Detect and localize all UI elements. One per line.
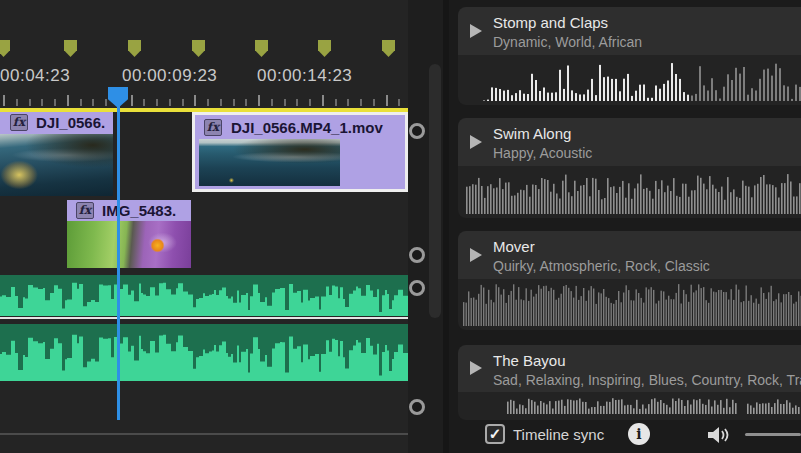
ruler-tick — [220, 99, 222, 106]
library-track-header: Stomp and Claps Dynamic, World, African — [458, 7, 801, 55]
track-target-ring-icon[interactable] — [409, 247, 425, 263]
volume-icon[interactable] — [706, 424, 732, 446]
ruler-tick — [92, 99, 94, 106]
clip-header: fx DJI_0566. — [0, 112, 113, 134]
track-tags: Quirky, Atmospheric, Rock, Classic — [493, 258, 710, 274]
ruler-tick — [309, 99, 311, 106]
fx-effect-badge-icon[interactable]: fx — [10, 114, 28, 131]
ruler-tick — [245, 99, 247, 106]
ruler-tick — [284, 99, 286, 106]
ruler-tick — [29, 99, 31, 106]
timecode-label: 00:00:09:23 — [122, 66, 217, 86]
timeline-marker-icon[interactable] — [382, 40, 395, 57]
waveform-preview[interactable] — [458, 166, 801, 218]
timeline-sync-checkbox[interactable]: ✓ — [485, 424, 505, 444]
ruler-tick — [3, 95, 5, 106]
waveform-preview[interactable] — [458, 279, 801, 330]
timeline-track-area[interactable]: 00:04:23 00:00:09:23 00:00:14:23 fx DJI_… — [0, 0, 408, 453]
ruler-tick — [67, 95, 69, 106]
ruler-tick — [194, 95, 196, 106]
library-track-header: Swim Along Happy, Acoustic — [458, 118, 801, 166]
editor-window: 00:04:23 00:00:09:23 00:00:14:23 fx DJI_… — [0, 0, 801, 453]
clip-thumbnail — [67, 221, 191, 268]
timeline-panel: 00:04:23 00:00:09:23 00:00:14:23 fx DJI_… — [0, 0, 443, 453]
ruler-tick — [271, 99, 273, 106]
video-clip[interactable]: fx IMG_5483. — [67, 200, 191, 268]
timeline-ruler[interactable] — [0, 95, 408, 107]
clip-thumbnail — [199, 139, 340, 186]
timeline-bottom-divider — [0, 433, 408, 435]
ruler-tick — [41, 99, 43, 106]
ruler-tick — [182, 99, 184, 106]
ruler-tick — [16, 99, 18, 106]
timecode-label: 00:04:23 — [0, 66, 70, 86]
library-track-item[interactable]: Mover Quirky, Atmospheric, Rock, Classic — [458, 231, 801, 330]
timeline-marker-icon[interactable] — [255, 40, 268, 57]
audio-clip-divider — [0, 317, 408, 319]
clip-title: IMG_5483. — [102, 202, 176, 219]
clip-title: DJI_0566.MP4_1.mov — [231, 119, 383, 136]
timeline-sync-label: Timeline sync — [513, 426, 604, 443]
video-clip-selected[interactable]: fx DJI_0566.MP4_1.mov — [192, 112, 408, 192]
ruler-tick — [296, 99, 298, 106]
track-target-ring-icon[interactable] — [409, 123, 425, 139]
ruler-tick — [54, 99, 56, 106]
track-title: Mover — [493, 238, 535, 255]
track-title: Stomp and Claps — [493, 14, 608, 31]
ruler-tick — [386, 95, 388, 106]
clip-thumbnail — [0, 134, 113, 196]
library-track-item[interactable]: Stomp and Claps Dynamic, World, African — [458, 7, 801, 105]
waveform-preview[interactable] — [458, 55, 801, 105]
timeline-marker-icon[interactable] — [128, 40, 141, 57]
track-target-ring-icon[interactable] — [409, 399, 425, 415]
play-icon[interactable] — [470, 24, 482, 38]
playhead-line — [117, 95, 120, 420]
timeline-marker-icon[interactable] — [64, 40, 77, 57]
ruler-tick — [398, 99, 400, 106]
track-control-strip — [408, 0, 443, 453]
track-tags: Happy, Acoustic — [493, 145, 592, 161]
ruler-tick — [373, 99, 375, 106]
library-track-header: Mover Quirky, Atmospheric, Rock, Classic — [458, 231, 801, 279]
timeline-marker-icon[interactable] — [0, 40, 10, 57]
timeline-marker-icon[interactable] — [318, 40, 331, 57]
library-track-item[interactable]: The Bayou Sad, Relaxing, Inspiring, Blue… — [458, 345, 801, 420]
info-icon[interactable]: i — [628, 423, 650, 445]
ruler-tick — [169, 99, 171, 106]
fx-effect-badge-icon[interactable]: fx — [76, 202, 94, 219]
library-footer: ✓ Timeline sync i — [449, 420, 801, 453]
timeline-marker-icon[interactable] — [192, 40, 205, 57]
clip-header: fx DJI_0566.MP4_1.mov — [195, 115, 405, 137]
track-target-ring-icon[interactable] — [409, 280, 425, 296]
ruler-tick — [143, 99, 145, 106]
ruler-tick — [131, 95, 133, 106]
play-icon[interactable] — [470, 361, 482, 375]
ruler-tick — [335, 99, 337, 106]
library-track-header: The Bayou Sad, Relaxing, Inspiring, Blue… — [458, 345, 801, 392]
timecode-label: 00:00:14:23 — [257, 66, 352, 86]
ruler-tick — [156, 99, 158, 106]
audio-clip-channel-2[interactable] — [0, 324, 408, 381]
audio-library-panel: Stomp and Claps Dynamic, World, African … — [449, 0, 801, 453]
track-tags: Sad, Relaxing, Inspiring, Blues, Country… — [493, 372, 801, 388]
vertical-scrollbar[interactable] — [429, 64, 441, 318]
ruler-tick — [322, 95, 324, 106]
play-icon[interactable] — [470, 248, 482, 262]
clip-title: DJI_0566. — [36, 114, 105, 131]
ruler-tick — [360, 99, 362, 106]
ruler-tick — [233, 99, 235, 106]
fx-effect-badge-icon[interactable]: fx — [204, 119, 222, 136]
ruler-tick — [258, 95, 260, 106]
ruler-tick — [105, 99, 107, 106]
volume-slider[interactable] — [745, 433, 801, 436]
ruler-tick — [347, 99, 349, 106]
track-title: The Bayou — [493, 352, 566, 369]
ruler-tick — [80, 99, 82, 106]
waveform-preview[interactable] — [458, 392, 801, 420]
clip-header: fx IMG_5483. — [67, 200, 191, 221]
track-tags: Dynamic, World, African — [493, 34, 642, 50]
library-track-item[interactable]: Swim Along Happy, Acoustic — [458, 118, 801, 218]
play-icon[interactable] — [470, 135, 482, 149]
audio-clip-channel-1[interactable] — [0, 275, 408, 316]
video-clip[interactable]: fx DJI_0566. — [0, 112, 113, 196]
